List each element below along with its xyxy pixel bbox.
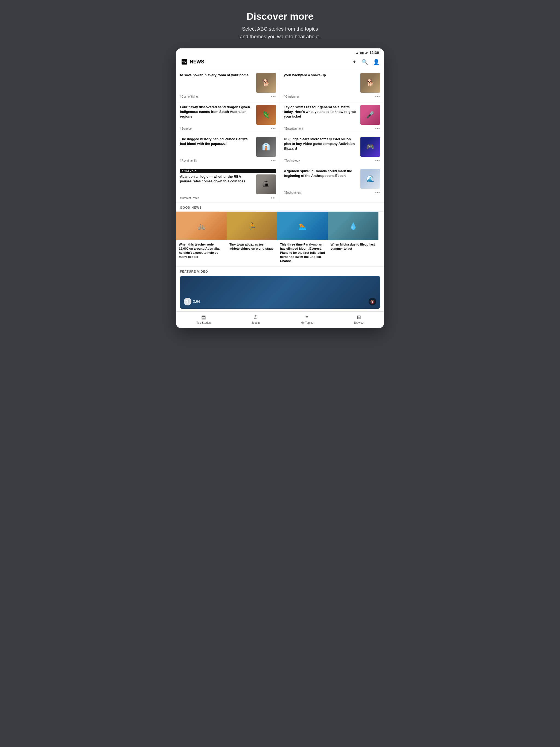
more-options[interactable]: ••• bbox=[375, 190, 380, 195]
news-grid: to save power in every room of your home… bbox=[176, 69, 384, 311]
wifi-icon: ▲ bbox=[355, 51, 359, 55]
good-news-headline-3: This three-time Paralympian has climbed … bbox=[277, 242, 328, 263]
news-item-text: Four newly discovered sand dragons given… bbox=[180, 105, 253, 121]
news-item-3-left[interactable]: The dogged history behind Prince Harry's… bbox=[176, 133, 280, 165]
news-thumbnail: 🐕 bbox=[360, 73, 380, 93]
bottom-nav-just-in[interactable]: ⏱ Just In bbox=[252, 314, 260, 324]
good-news-card-1[interactable]: 🚲 When this teacher rode 12,000km around… bbox=[176, 212, 227, 266]
news-tag: #Royal family bbox=[180, 159, 197, 162]
news-meta: #Interest Rates ••• bbox=[180, 196, 276, 200]
bottom-nav-top-stories[interactable]: ▤ Top Stories bbox=[197, 314, 211, 324]
discover-subtitle: Select ABC stories from the topicsand th… bbox=[240, 25, 320, 40]
news-tag: #Entertainment bbox=[284, 127, 303, 130]
good-news-thumbnail: 💧 bbox=[328, 212, 378, 240]
more-options[interactable]: ••• bbox=[271, 94, 276, 99]
news-item-image: 🎮 bbox=[360, 137, 380, 157]
news-item-1-right[interactable]: your backyard a shake-up 🐕 #Gardening ••… bbox=[280, 69, 384, 101]
feature-video-header: FEATURE VIDEO bbox=[180, 270, 380, 273]
good-news-headline-1: When this teacher rode 12,000km around A… bbox=[176, 242, 227, 259]
bottom-nav-browse[interactable]: ⊞ Browse bbox=[354, 314, 364, 324]
pause-button[interactable]: ⏸ bbox=[184, 298, 192, 305]
news-tag: #Science bbox=[180, 127, 192, 130]
news-thumbnail: 🏛 bbox=[256, 175, 276, 194]
bottom-nav: ▤ Top Stories ⏱ Just In ≡ My Topics ⊞ Br… bbox=[176, 311, 384, 328]
news-item-analysis-right[interactable]: A 'golden spike' in Canada could mark th… bbox=[280, 165, 384, 202]
news-headline: Abandon all logic — whether the RBA paus… bbox=[180, 175, 253, 184]
top-stories-label: Top Stories bbox=[197, 321, 211, 324]
good-news-image-4: 💧 bbox=[328, 212, 378, 240]
more-options[interactable]: ••• bbox=[271, 126, 276, 131]
news-thumbnail: 👔 bbox=[256, 137, 276, 157]
profile-icon[interactable]: 👤 bbox=[373, 59, 380, 65]
news-row-1: to save power in every room of your home… bbox=[176, 69, 384, 101]
good-news-section-header: GOOD NEWS bbox=[176, 203, 384, 212]
news-meta: #Technology ••• bbox=[284, 158, 380, 163]
news-item-3-right[interactable]: US judge clears Microsoft's $US69 billio… bbox=[280, 133, 384, 165]
video-duration: 3:04 bbox=[193, 300, 200, 304]
discover-title: Discover more bbox=[240, 11, 320, 22]
news-row-2: Four newly discovered sand dragons given… bbox=[176, 101, 384, 133]
good-news-image-1: 🚲 bbox=[176, 212, 227, 240]
good-news-headline-4: When Micha due to lifegu last summer to … bbox=[328, 242, 378, 251]
browse-icon: ⊞ bbox=[357, 314, 361, 320]
news-item-text: The dogged history behind Prince Harry's… bbox=[180, 137, 253, 148]
news-item-image: 🎤 bbox=[360, 105, 380, 125]
more-options[interactable]: ••• bbox=[271, 158, 276, 163]
top-nav: abc NEWS ✦ 🔍 👤 bbox=[176, 56, 384, 69]
more-options[interactable]: ••• bbox=[375, 94, 380, 99]
signal-icon: ▮▮ bbox=[360, 51, 364, 55]
just-in-icon: ⏱ bbox=[253, 314, 258, 320]
more-options[interactable]: ••• bbox=[375, 158, 380, 163]
top-stories-icon: ▤ bbox=[201, 314, 206, 320]
good-news-thumbnail: 🏃 bbox=[227, 212, 277, 240]
news-item-image: 🐕 bbox=[360, 73, 380, 93]
status-time: 12:30 bbox=[370, 51, 379, 55]
analysis-badge: ANALYSIS bbox=[180, 169, 276, 173]
good-news-card-4[interactable]: 💧 When Micha due to lifegu last summer t… bbox=[328, 212, 378, 266]
mute-button[interactable]: 🔇 bbox=[368, 298, 376, 305]
news-row-3: The dogged history behind Prince Harry's… bbox=[176, 133, 384, 165]
news-thumbnail: 🎤 bbox=[360, 105, 380, 125]
news-item-image: 🐕 bbox=[256, 73, 276, 93]
news-item-text: your backyard a shake-up bbox=[284, 73, 358, 79]
good-news-headline-2: Tiny town abuzz as teen athlete shines o… bbox=[227, 242, 277, 251]
more-options[interactable]: ••• bbox=[375, 126, 380, 131]
good-news-image-3: 🏊 bbox=[277, 212, 328, 240]
news-tag: #Environment bbox=[284, 191, 301, 194]
good-news-card-3[interactable]: 🏊 This three-time Paralympian has climbe… bbox=[277, 212, 328, 266]
good-news-card-2[interactable]: 🏃 Tiny town abuzz as teen athlete shines… bbox=[227, 212, 277, 266]
video-controls: ⏸ 3:04 bbox=[184, 298, 200, 305]
news-item-analysis-left[interactable]: ANALYSIS Abandon all logic — whether the… bbox=[176, 165, 280, 202]
news-item-2-left[interactable]: Four newly discovered sand dragons given… bbox=[176, 101, 280, 133]
status-bar: ▲ ▮▮ ▰ 12:30 bbox=[176, 48, 384, 56]
search-icon[interactable]: 🔍 bbox=[361, 59, 368, 65]
bottom-nav-my-topics[interactable]: ≡ My Topics bbox=[301, 314, 313, 324]
news-item-text: Abandon all logic — whether the RBA paus… bbox=[180, 175, 253, 185]
my-topics-label: My Topics bbox=[301, 321, 313, 324]
good-news-image-2: 🏃 bbox=[227, 212, 277, 240]
video-player[interactable]: ⏸ 3:04 🔇 bbox=[180, 276, 380, 309]
news-thumbnail: 🐕 bbox=[256, 73, 276, 93]
news-thumbnail: 🌊 bbox=[360, 169, 380, 189]
battery-icon: ▰ bbox=[365, 51, 368, 55]
news-meta: #Royal family ••• bbox=[180, 158, 276, 163]
logo-text: NEWS bbox=[190, 59, 204, 65]
news-tag: #Cost of living bbox=[180, 95, 198, 98]
news-tag: #Interest Rates bbox=[180, 197, 199, 200]
news-meta: #Entertainment ••• bbox=[284, 126, 380, 131]
news-headline: to save power in every room of your home bbox=[180, 73, 253, 78]
browse-label: Browse bbox=[354, 321, 364, 324]
news-headline: A 'golden spike' in Canada could mark th… bbox=[284, 169, 358, 178]
status-icons: ▲ ▮▮ ▰ bbox=[355, 51, 368, 55]
news-item-image: 🦎 bbox=[256, 105, 276, 125]
video-bg bbox=[180, 276, 380, 309]
news-headline: Taylor Swift Eras tour general sale star… bbox=[284, 105, 358, 119]
news-item-1-left[interactable]: to save power in every room of your home… bbox=[176, 69, 280, 101]
news-item-text: Taylor Swift Eras tour general sale star… bbox=[284, 105, 358, 121]
news-item-2-right[interactable]: Taylor Swift Eras tour general sale star… bbox=[280, 101, 384, 133]
brightness-icon[interactable]: ✦ bbox=[352, 59, 357, 65]
news-item-image: 🌊 bbox=[360, 169, 380, 189]
just-in-label: Just In bbox=[252, 321, 260, 324]
more-options[interactable]: ••• bbox=[271, 196, 276, 200]
good-news-scroll[interactable]: 🚲 When this teacher rode 12,000km around… bbox=[176, 212, 384, 266]
